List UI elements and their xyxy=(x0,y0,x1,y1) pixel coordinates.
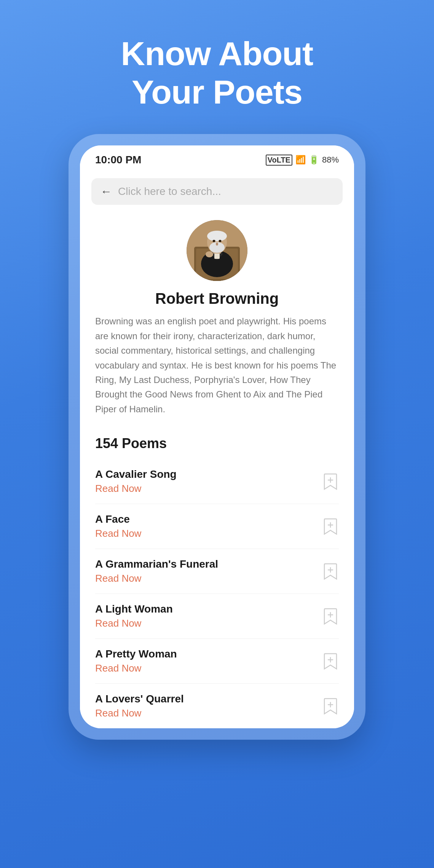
lte-icon: VoLTE xyxy=(266,155,292,166)
poem-info: A Grammarian's Funeral Read Now xyxy=(95,558,218,584)
phone-inner: 10:00 PM VoLTE 📶 🔋 88% ← Click here to s… xyxy=(80,145,354,728)
poem-read-button[interactable]: Read Now xyxy=(95,707,184,719)
poem-title: A Cavalier Song xyxy=(95,468,177,480)
poems-count: 154 Poems xyxy=(95,436,339,452)
svg-point-12 xyxy=(216,243,218,246)
header-line1: Know About xyxy=(121,35,313,72)
bookmark-icon[interactable] xyxy=(322,472,339,491)
poem-title: A Grammarian's Funeral xyxy=(95,558,218,570)
svg-point-13 xyxy=(206,251,213,257)
poet-avatar xyxy=(187,220,247,281)
status-time: 10:00 PM xyxy=(95,154,141,166)
poem-info: A Lovers' Quarrel Read Now xyxy=(95,693,184,719)
battery-percentage: 88% xyxy=(322,155,339,165)
poem-info: A Face Read Now xyxy=(95,513,141,539)
bookmark-icon[interactable] xyxy=(322,652,339,671)
poem-item: A Cavalier Song Read Now xyxy=(95,459,339,504)
bookmark-icon[interactable] xyxy=(322,562,339,581)
poet-section: Robert Browning Browning was an english … xyxy=(80,205,354,424)
svg-point-11 xyxy=(219,240,222,242)
bookmark-icon[interactable] xyxy=(322,607,339,626)
poem-read-button[interactable]: Read Now xyxy=(95,662,177,674)
poet-name: Robert Browning xyxy=(155,290,279,307)
poem-title: A Face xyxy=(95,513,141,525)
poems-list: A Cavalier Song Read Now A Face Read Now xyxy=(95,459,339,728)
signal-icon: 📶 xyxy=(295,155,306,165)
poem-read-button[interactable]: Read Now xyxy=(95,617,173,629)
bookmark-icon[interactable] xyxy=(322,697,339,716)
search-bar-container: ← Click here to search... xyxy=(80,171,354,205)
poems-section: 154 Poems A Cavalier Song Read Now A Fac… xyxy=(80,424,354,728)
status-bar: 10:00 PM VoLTE 📶 🔋 88% xyxy=(80,145,354,171)
poem-info: A Cavalier Song Read Now xyxy=(95,468,177,495)
header-line2: Your Poets xyxy=(132,73,302,111)
poet-bio: Browning was an english poet and playwri… xyxy=(95,314,339,416)
poem-title: A Pretty Woman xyxy=(95,648,177,660)
poem-read-button[interactable]: Read Now xyxy=(95,573,218,584)
battery-icon: 🔋 xyxy=(309,155,319,165)
poem-item: A Lovers' Quarrel Read Now xyxy=(95,684,339,728)
search-input[interactable]: Click here to search... xyxy=(118,185,221,198)
poem-title: A Light Woman xyxy=(95,603,173,615)
back-button[interactable]: ← xyxy=(101,185,112,198)
poem-title: A Lovers' Quarrel xyxy=(95,693,184,705)
poem-read-button[interactable]: Read Now xyxy=(95,528,141,539)
poem-info: A Light Woman Read Now xyxy=(95,603,173,629)
page-header: Know About Your Poets xyxy=(121,34,313,111)
bookmark-icon[interactable] xyxy=(322,517,339,536)
status-icons: VoLTE 📶 🔋 88% xyxy=(266,155,339,166)
svg-point-10 xyxy=(213,240,215,242)
poem-item: A Pretty Woman Read Now xyxy=(95,639,339,684)
poem-item: A Grammarian's Funeral Read Now xyxy=(95,549,339,594)
poem-info: A Pretty Woman Read Now xyxy=(95,648,177,674)
poem-item: A Face Read Now xyxy=(95,504,339,549)
phone-frame: 10:00 PM VoLTE 📶 🔋 88% ← Click here to s… xyxy=(69,134,365,740)
poem-item: A Light Woman Read Now xyxy=(95,594,339,639)
search-bar[interactable]: ← Click here to search... xyxy=(91,178,343,205)
poem-read-button[interactable]: Read Now xyxy=(95,483,177,495)
svg-point-8 xyxy=(207,231,227,241)
